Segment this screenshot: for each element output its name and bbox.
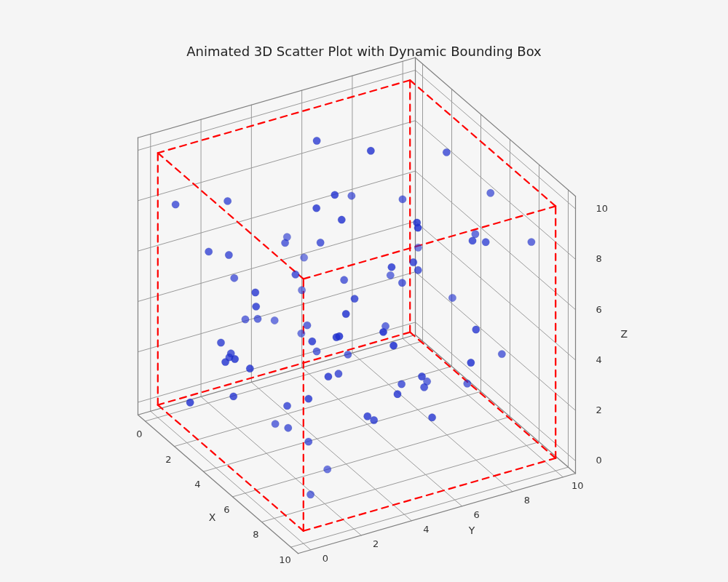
svg-text:2: 2: [596, 404, 602, 415]
svg-point-120: [414, 224, 422, 231]
svg-text:6: 6: [474, 509, 480, 520]
svg-point-68: [367, 147, 374, 154]
svg-point-113: [336, 332, 343, 340]
svg-point-100: [292, 271, 299, 278]
svg-text:2: 2: [373, 538, 379, 549]
svg-point-71: [528, 238, 535, 245]
svg-point-104: [324, 466, 331, 473]
svg-point-73: [387, 271, 394, 279]
svg-text:4: 4: [423, 524, 429, 535]
svg-point-63: [410, 258, 417, 266]
svg-point-62: [443, 148, 450, 156]
svg-point-110: [283, 402, 290, 410]
svg-text:6: 6: [596, 304, 602, 315]
svg-point-121: [414, 244, 422, 251]
svg-point-101: [351, 295, 358, 302]
svg-point-75: [298, 330, 305, 337]
svg-point-139: [472, 326, 480, 333]
svg-point-88: [399, 196, 406, 203]
svg-point-93: [394, 391, 401, 398]
svg-point-86: [312, 204, 320, 212]
svg-text:2: 2: [165, 454, 171, 465]
svg-point-135: [304, 322, 311, 329]
svg-point-115: [223, 197, 231, 204]
svg-text:4: 4: [194, 479, 200, 490]
svg-point-108: [313, 348, 320, 355]
svg-point-102: [348, 192, 355, 199]
svg-point-94: [271, 316, 278, 324]
svg-point-61: [340, 276, 347, 284]
svg-point-69: [472, 231, 479, 238]
svg-point-70: [487, 189, 494, 196]
svg-point-129: [227, 350, 234, 357]
svg-point-98: [217, 339, 224, 346]
svg-point-130: [252, 289, 259, 296]
svg-point-118: [379, 328, 387, 335]
svg-point-85: [242, 316, 249, 323]
svg-text:10: 10: [279, 554, 291, 565]
svg-point-112: [205, 248, 213, 255]
svg-point-134: [397, 380, 405, 388]
svg-point-66: [186, 399, 194, 406]
svg-point-106: [225, 251, 232, 258]
svg-point-60: [414, 266, 422, 274]
svg-point-125: [272, 420, 279, 427]
svg-point-138: [313, 137, 320, 144]
svg-point-80: [335, 370, 342, 378]
svg-point-64: [370, 416, 377, 423]
svg-text:8: 8: [596, 253, 602, 264]
svg-point-97: [305, 438, 312, 445]
svg-point-95: [331, 191, 339, 199]
svg-point-133: [338, 216, 345, 223]
svg-point-109: [309, 338, 316, 345]
svg-point-119: [300, 254, 307, 261]
svg-text:8: 8: [253, 529, 258, 540]
svg-text:0: 0: [136, 428, 142, 439]
svg-point-137: [254, 315, 261, 322]
svg-text:X: X: [209, 511, 216, 523]
svg-point-81: [281, 239, 288, 247]
svg-text:10: 10: [571, 480, 584, 491]
svg-point-90: [464, 380, 471, 387]
svg-text:8: 8: [524, 495, 530, 506]
svg-point-123: [448, 294, 456, 301]
svg-point-128: [246, 364, 253, 372]
svg-point-111: [229, 393, 237, 400]
svg-point-107: [342, 310, 349, 317]
svg-point-116: [389, 342, 397, 349]
svg-point-132: [231, 274, 238, 282]
svg-point-84: [364, 412, 371, 420]
svg-point-87: [398, 279, 405, 287]
svg-point-124: [428, 414, 435, 421]
svg-text:Z: Z: [621, 328, 628, 340]
svg-text:10: 10: [596, 203, 609, 214]
svg-text:6: 6: [223, 504, 229, 515]
svg-point-67: [172, 201, 179, 208]
svg-point-72: [498, 350, 505, 357]
svg-text:4: 4: [596, 354, 602, 365]
svg-point-131: [305, 395, 312, 402]
svg-point-136: [325, 372, 332, 380]
svg-point-91: [344, 351, 352, 358]
svg-point-65: [306, 491, 314, 498]
scatter3d-canvas: 0246810X0246810Y0246810Z: [0, 0, 728, 582]
svg-point-92: [317, 239, 324, 246]
svg-point-114: [285, 424, 292, 431]
svg-text:0: 0: [596, 455, 602, 466]
svg-point-117: [298, 287, 305, 294]
svg-text:0: 0: [323, 553, 328, 564]
svg-point-103: [467, 359, 475, 366]
svg-point-96: [420, 383, 427, 391]
svg-point-122: [469, 237, 476, 244]
svg-point-99: [253, 303, 260, 310]
svg-text:Y: Y: [468, 525, 475, 536]
svg-point-82: [388, 263, 395, 271]
svg-point-89: [482, 239, 489, 246]
